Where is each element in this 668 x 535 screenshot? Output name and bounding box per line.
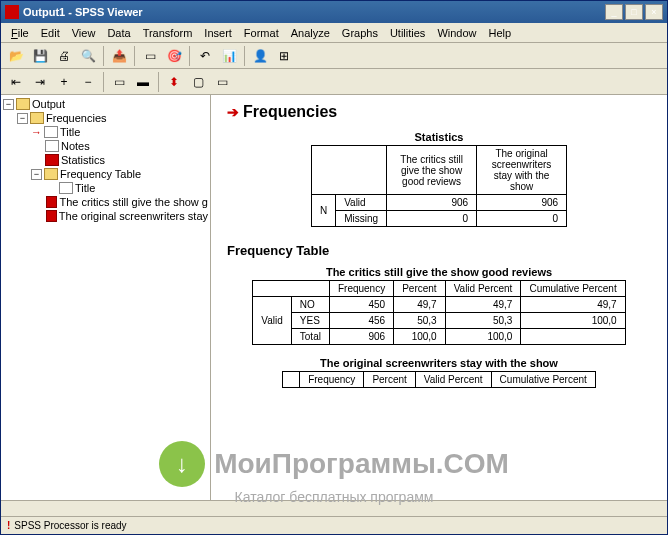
vars-icon[interactable]: ⊞ <box>273 45 295 67</box>
col-header: Frequency <box>329 281 393 297</box>
tree-item-critics[interactable]: The critics still give the show g <box>3 195 208 209</box>
folder-icon <box>44 168 58 180</box>
expand-icon[interactable]: + <box>53 71 75 93</box>
menubar: File Edit View Data Transform Insert For… <box>1 23 667 43</box>
tree-freq-table[interactable]: − Frequency Table <box>3 167 208 181</box>
tree-title[interactable]: → Title <box>3 125 208 139</box>
table1-title: The critics still give the show good rev… <box>227 266 651 278</box>
table-icon <box>45 154 59 166</box>
collapse-icon[interactable]: − <box>77 71 99 93</box>
menu-data[interactable]: Data <box>101 25 136 41</box>
separator <box>103 46 104 66</box>
stats-table-title: Statistics <box>227 131 651 143</box>
insert-title-icon[interactable]: ▭ <box>211 71 233 93</box>
maximize-button[interactable]: □ <box>625 4 643 20</box>
collapse-icon[interactable]: − <box>17 113 28 124</box>
tree-root[interactable]: − Output <box>3 97 208 111</box>
title-icon <box>44 126 58 138</box>
status-icon: ! <box>7 520 10 531</box>
menu-help[interactable]: Help <box>483 25 518 41</box>
body: − Output − Frequencies → Title Notes <box>1 95 667 500</box>
tree-notes[interactable]: Notes <box>3 139 208 153</box>
arrow-icon: → <box>31 126 42 138</box>
table2-title: The original screenwriters stay with the… <box>227 357 651 369</box>
tree-statistics[interactable]: Statistics <box>3 153 208 167</box>
export-icon[interactable]: 📤 <box>108 45 130 67</box>
title-icon <box>59 182 73 194</box>
tree-title2[interactable]: Title <box>3 181 208 195</box>
print-icon[interactable]: 🖨 <box>53 45 75 67</box>
dialog-icon[interactable]: ▭ <box>139 45 161 67</box>
minimize-button[interactable]: _ <box>605 4 623 20</box>
insert-heading-icon[interactable]: ⬍ <box>163 71 185 93</box>
col-header: The original screenwriters stay with the… <box>477 146 567 195</box>
case-icon[interactable]: 👤 <box>249 45 271 67</box>
tree-frequencies[interactable]: − Frequencies <box>3 111 208 125</box>
close-button[interactable]: × <box>645 4 663 20</box>
statusbar: ! SPSS Processor is ready <box>1 516 667 534</box>
promote-icon[interactable]: ⇤ <box>5 71 27 93</box>
col-header: Percent <box>364 372 415 388</box>
col-header: Valid Percent <box>445 281 521 297</box>
demote-icon[interactable]: ⇥ <box>29 71 51 93</box>
section-header: ➔ Frequencies <box>227 103 651 121</box>
separator <box>244 46 245 66</box>
window-title: Output1 - SPSS Viewer <box>23 6 605 18</box>
goto-icon[interactable]: 🎯 <box>163 45 185 67</box>
col-header: Cumulative Percent <box>491 372 595 388</box>
menu-graphs[interactable]: Graphs <box>336 25 384 41</box>
menu-utilities[interactable]: Utilities <box>384 25 431 41</box>
col-header: Frequency <box>300 372 364 388</box>
table-icon <box>46 210 57 222</box>
table-icon <box>46 196 57 208</box>
menu-transform[interactable]: Transform <box>137 25 199 41</box>
content-pane[interactable]: ➔ Frequencies Statistics The critics sti… <box>211 95 667 500</box>
table-row: Total 906 100,0 100,0 <box>253 329 625 345</box>
save-icon[interactable]: 💾 <box>29 45 51 67</box>
table-row: Missing 0 0 <box>311 211 566 227</box>
freq-table-2: Frequency Percent Valid Percent Cumulati… <box>282 371 596 388</box>
separator <box>103 72 104 92</box>
menu-format[interactable]: Format <box>238 25 285 41</box>
table-row: Valid NO 450 49,7 49,7 49,7 <box>253 297 625 313</box>
insert-text-icon[interactable]: ▢ <box>187 71 209 93</box>
separator <box>134 46 135 66</box>
table-row: YES 456 50,3 50,3 100,0 <box>253 313 625 329</box>
menu-file[interactable]: File <box>5 25 35 41</box>
collapse-icon[interactable]: − <box>31 169 42 180</box>
col-header: Cumulative Percent <box>521 281 625 297</box>
collapse-icon[interactable]: − <box>3 99 14 110</box>
separator <box>158 72 159 92</box>
menu-edit[interactable]: Edit <box>35 25 66 41</box>
table-row: N Valid 906 906 <box>311 195 566 211</box>
menu-insert[interactable]: Insert <box>198 25 238 41</box>
app-icon <box>5 5 19 19</box>
horizontal-scrollbar[interactable] <box>1 500 667 516</box>
output-icon <box>16 98 30 110</box>
menu-view[interactable]: View <box>66 25 102 41</box>
arrow-icon: ➔ <box>227 104 239 120</box>
toolbar-1: 📂 💾 🖨 🔍 📤 ▭ 🎯 ↶ 📊 👤 ⊞ <box>1 43 667 69</box>
folder-icon <box>30 112 44 124</box>
chart-icon[interactable]: 📊 <box>218 45 240 67</box>
hide-icon[interactable]: ▬ <box>132 71 154 93</box>
menu-analyze[interactable]: Analyze <box>285 25 336 41</box>
window-buttons: _ □ × <box>605 4 663 20</box>
app-window: Output1 - SPSS Viewer _ □ × File Edit Vi… <box>0 0 668 535</box>
separator <box>189 46 190 66</box>
col-header: Percent <box>394 281 445 297</box>
show-icon[interactable]: ▭ <box>108 71 130 93</box>
col-header: The critics still give the show good rev… <box>387 146 477 195</box>
statistics-table: The critics still give the show good rev… <box>311 145 567 227</box>
open-icon[interactable]: 📂 <box>5 45 27 67</box>
titlebar: Output1 - SPSS Viewer _ □ × <box>1 1 667 23</box>
undo-icon[interactable]: ↶ <box>194 45 216 67</box>
status-text: SPSS Processor is ready <box>14 520 126 531</box>
preview-icon[interactable]: 🔍 <box>77 45 99 67</box>
tree-item-screenwriters[interactable]: The original screenwriters stay <box>3 209 208 223</box>
outline-tree[interactable]: − Output − Frequencies → Title Notes <box>1 95 211 500</box>
freq-section-title: Frequency Table <box>227 243 651 258</box>
toolbar-2: ⇤ ⇥ + − ▭ ▬ ⬍ ▢ ▭ <box>1 69 667 95</box>
menu-window[interactable]: Window <box>431 25 482 41</box>
notes-icon <box>45 140 59 152</box>
